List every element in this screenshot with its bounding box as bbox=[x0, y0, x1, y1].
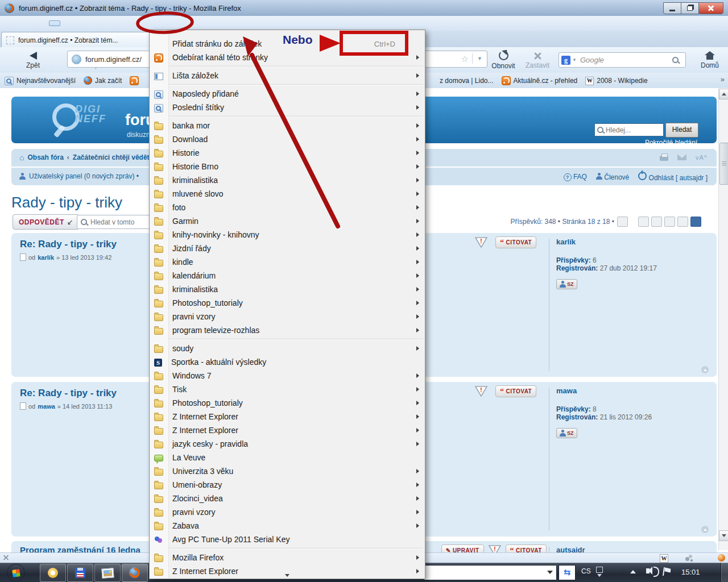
language-indicator[interactable]: CS bbox=[581, 567, 591, 575]
bookmarks-menu-item[interactable]: kriminalistika bbox=[150, 282, 425, 296]
bookmarks-menu-item[interactable]: Umeni-obrazy bbox=[150, 478, 425, 492]
bookmarks-menu-item[interactable]: mluvené slovo bbox=[150, 187, 425, 201]
start-button[interactable] bbox=[7, 564, 25, 582]
bookmarks-menu-item[interactable]: Historie Brno bbox=[150, 160, 425, 173]
bookmarks-bar-item[interactable] bbox=[130, 76, 142, 85]
bookmarks-menu-item[interactable]: kriminalistika bbox=[150, 173, 425, 187]
bookmarks-menu-item[interactable]: Jizdní řády bbox=[150, 242, 425, 255]
poster-name[interactable]: mawa bbox=[556, 386, 652, 395]
private-message-button[interactable]: SZ bbox=[556, 428, 577, 438]
report-warning-icon[interactable]: ! bbox=[475, 237, 487, 248]
taskbar-app-photos[interactable] bbox=[94, 564, 121, 582]
bookmarks-menu-item[interactable]: knihy-novinky - knihovny bbox=[150, 228, 425, 242]
bookmarks-menu-item[interactable] bbox=[150, 337, 425, 342]
taskbar-clock[interactable]: 15:01 bbox=[681, 568, 700, 576]
bookmarks-menu-item[interactable]: Download bbox=[150, 132, 425, 146]
taskbar-app-save[interactable] bbox=[67, 564, 93, 582]
page-number-button[interactable] bbox=[690, 217, 701, 227]
private-message-button[interactable]: SZ bbox=[556, 279, 577, 289]
back-to-top-icon[interactable] bbox=[701, 526, 709, 533]
bookmarks-menu-item[interactable]: Zabava bbox=[150, 519, 425, 533]
wikipedia-addon-icon[interactable]: W bbox=[660, 554, 668, 563]
bookmarks-menu-item[interactable]: jazyk cesky - pravidla bbox=[150, 437, 425, 451]
font-size-icon[interactable]: vA^ bbox=[696, 154, 708, 161]
addonbar-close-icon[interactable] bbox=[3, 554, 9, 560]
taskbar-search-band[interactable] bbox=[424, 565, 557, 580]
bookmarks-menu-item[interactable]: Poslední štítky bbox=[150, 101, 425, 114]
bookmarks-bar-item[interactable]: 2008 - Wikipedie bbox=[585, 76, 647, 85]
bookmark-star-icon[interactable]: ☆ bbox=[461, 54, 469, 64]
digineff-logo[interactable]: DIGINEFF bbox=[52, 101, 121, 139]
back-button[interactable]: Zpět bbox=[17, 49, 49, 72]
bookmarks-menu-item[interactable]: program televize-rozhlas bbox=[150, 323, 425, 337]
bookmarks-menu-item[interactable]: Z Internet Explorer bbox=[150, 423, 425, 437]
user-panel-link[interactable]: Uživatelský panel (0 nových zpráv) • bbox=[29, 172, 139, 180]
bookmarks-menu-item[interactable] bbox=[150, 114, 425, 119]
back-to-top-icon[interactable] bbox=[701, 366, 709, 373]
action-center-flag-icon[interactable] bbox=[663, 567, 665, 576]
bookmarks-overflow-chevron[interactable]: » bbox=[721, 75, 725, 84]
bookmarks-bar-item[interactable]: Nejnavštěvovanější bbox=[5, 76, 76, 85]
taskbar-app-tuneup[interactable] bbox=[40, 564, 66, 582]
reload-button[interactable]: Obnovit bbox=[487, 49, 520, 72]
scroll-up-icon[interactable] bbox=[719, 89, 728, 99]
keyboard-layout-icon[interactable] bbox=[596, 567, 603, 573]
bookmarks-menu-item[interactable]: Photoshop_tutorialy bbox=[150, 296, 425, 310]
page-number-button[interactable] bbox=[617, 217, 628, 227]
bookmarks-menu-item[interactable]: Photoshop_tutorialy bbox=[150, 396, 425, 410]
bookmarks-menu-item[interactable]: Tisk bbox=[150, 383, 425, 396]
post-subject[interactable]: Re: Rady - tipy - triky bbox=[20, 239, 117, 250]
bookmarks-menu-item[interactable]: kalendárium bbox=[150, 269, 425, 282]
firefox-addon-icon[interactable] bbox=[718, 554, 725, 562]
web-search-input[interactable]: g ▼ Google bbox=[559, 52, 686, 68]
close-button[interactable] bbox=[698, 2, 723, 14]
search-magnifier-icon[interactable] bbox=[672, 57, 679, 63]
forum-search-input[interactable]: Hledej... bbox=[594, 123, 664, 136]
scrollbar-thumb[interactable] bbox=[719, 143, 728, 185]
bookmarks-menu-item[interactable]: La Veuve bbox=[150, 451, 425, 464]
bookmarks-menu-item[interactable]: Lišta záložek bbox=[150, 69, 425, 82]
google-icon[interactable]: g bbox=[561, 56, 570, 65]
menubar-item[interactable] bbox=[60, 20, 72, 26]
breadcrumb-section-link[interactable]: Začátečníci chtějí vědět bbox=[73, 153, 150, 161]
bookmarks-menu-item[interactable]: pravni vzory bbox=[150, 310, 425, 323]
bookmarks-menu-item[interactable]: Windows 7 bbox=[150, 369, 425, 383]
author-link[interactable]: mawa bbox=[38, 403, 55, 410]
reply-button[interactable]: ODPOVĚDĚT↙ bbox=[13, 214, 80, 230]
advanced-search-link[interactable]: Pokročilé hledání bbox=[645, 139, 697, 147]
breadcrumb-home-link[interactable]: Obsah fóra bbox=[27, 153, 63, 161]
tab-forum-digineff[interactable]: forum.digineff.cz • Zobrazit tém... bbox=[1, 32, 157, 48]
bookmarks-menu-item[interactable]: pravni vzory bbox=[150, 505, 425, 519]
bookmarks-menu-item[interactable]: Naposledy přidané bbox=[150, 87, 425, 101]
search-engine-dropdown-icon[interactable]: ▼ bbox=[572, 57, 577, 63]
minimize-button[interactable] bbox=[663, 2, 681, 14]
bookmarks-menu-item[interactable]: Přidat stránku do záložek Ctrl+D bbox=[150, 37, 425, 51]
bookmarks-menu-item[interactable]: Avg PC Tune-Up 2011 Serial Key bbox=[150, 533, 425, 546]
bookmarks-menu-item[interactable]: soudy bbox=[150, 342, 425, 355]
bookmarks-menu-item[interactable] bbox=[150, 546, 425, 551]
forum-search-button[interactable]: Hledat bbox=[665, 123, 698, 138]
menubar-item[interactable] bbox=[38, 20, 49, 26]
bookmarks-menu-item[interactable]: Garmin bbox=[150, 214, 425, 228]
window-titlebar[interactable]: forum.digineff.cz • Zobrazit téma - Rady… bbox=[0, 0, 728, 16]
home-button[interactable]: Domů bbox=[695, 49, 725, 72]
email-icon[interactable] bbox=[677, 154, 686, 160]
page-number-button[interactable] bbox=[664, 217, 675, 227]
bookmarks-bar-item[interactable]: Jak začít bbox=[84, 76, 122, 85]
addon-icon[interactable] bbox=[685, 555, 693, 562]
poster-name[interactable]: karlík bbox=[556, 238, 657, 246]
topic-search-input[interactable]: Hledat v tomto bbox=[77, 215, 150, 229]
bookmarks-menu-item[interactable]: Odebírat kanál této stránky bbox=[150, 51, 425, 64]
bookmarks-menu-item[interactable]: kindle bbox=[150, 255, 425, 269]
bookmarks-menu-item[interactable]: Mozilla Firefox bbox=[150, 551, 425, 564]
volume-icon[interactable] bbox=[646, 568, 650, 573]
bookmarks-menu-item[interactable]: Univerzita 3 věku bbox=[150, 464, 425, 478]
show-desktop-button[interactable] bbox=[721, 563, 728, 582]
menubar-item[interactable] bbox=[72, 20, 83, 26]
home-icon[interactable]: ⌂ bbox=[19, 154, 24, 161]
members-link[interactable]: Členové bbox=[596, 173, 629, 181]
bookmarks-menu-item[interactable]: foto bbox=[150, 201, 425, 214]
menu-scroll-down-icon[interactable] bbox=[285, 574, 289, 577]
page-number-button[interactable] bbox=[638, 217, 649, 227]
stop-button[interactable]: Zastavit bbox=[521, 49, 554, 72]
